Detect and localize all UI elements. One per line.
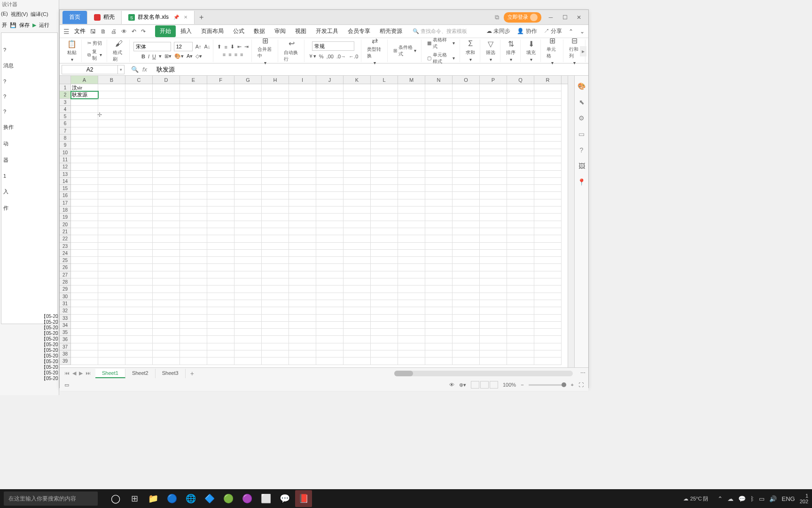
- cell-M29[interactable]: [398, 286, 425, 293]
- cell-I31[interactable]: [289, 300, 316, 307]
- cell-D19[interactable]: [153, 214, 180, 221]
- cell-B22[interactable]: [98, 235, 125, 242]
- cell-J23[interactable]: [316, 243, 344, 250]
- row-header-16[interactable]: 16: [60, 192, 70, 199]
- cell-B23[interactable]: [98, 243, 125, 250]
- cell-M32[interactable]: [398, 307, 425, 314]
- cell-C33[interactable]: [125, 315, 153, 322]
- row-header-28[interactable]: 28: [60, 278, 70, 286]
- cell-D10[interactable]: [153, 149, 180, 156]
- cell-N11[interactable]: [425, 156, 453, 163]
- cell-I38[interactable]: [289, 350, 316, 357]
- focus-mode-icon[interactable]: ⊕▾: [459, 382, 466, 388]
- status-indicator-icon[interactable]: ▭: [64, 382, 69, 388]
- cell-F26[interactable]: [207, 264, 234, 271]
- cell-D24[interactable]: [153, 250, 180, 257]
- close-window-button[interactable]: ✕: [574, 13, 584, 22]
- cell-I7[interactable]: [289, 127, 316, 135]
- cell-K36[interactable]: [344, 336, 371, 343]
- cell-M7[interactable]: [398, 127, 425, 135]
- cell-N8[interactable]: [425, 135, 453, 142]
- cell-B33[interactable]: [98, 315, 125, 322]
- cell-D6[interactable]: [153, 120, 180, 127]
- cell-M37[interactable]: [398, 343, 425, 350]
- cell-F12[interactable]: [207, 163, 234, 170]
- cell-K21[interactable]: [344, 228, 371, 235]
- fill-color-button[interactable]: 🎨▾: [174, 53, 184, 59]
- cell-M18[interactable]: [398, 206, 425, 214]
- cell-E35[interactable]: [180, 329, 207, 336]
- cell-B1[interactable]: [98, 84, 125, 91]
- cell-R12[interactable]: [534, 163, 562, 170]
- cell-D22[interactable]: [153, 235, 180, 242]
- cell-H18[interactable]: [262, 206, 289, 214]
- decimal-inc-icon[interactable]: .0→: [336, 54, 346, 59]
- menu-tab-6[interactable]: 视图: [290, 25, 311, 37]
- cell-C35[interactable]: [125, 329, 153, 336]
- cell-P36[interactable]: [480, 336, 507, 343]
- cell-O26[interactable]: [453, 264, 480, 271]
- row-header-27[interactable]: 27: [60, 271, 70, 278]
- cell-K33[interactable]: [344, 315, 371, 322]
- file-menu[interactable]: 文件: [74, 27, 86, 35]
- cell-A9[interactable]: [71, 142, 98, 149]
- cell-N29[interactable]: [425, 286, 453, 293]
- cell-D16[interactable]: [153, 192, 180, 199]
- cell-H31[interactable]: [262, 300, 289, 307]
- cell-M35[interactable]: [398, 329, 425, 336]
- taskbar-vs-icon[interactable]: 🟣: [239, 490, 256, 507]
- cell-Q26[interactable]: [507, 264, 534, 271]
- cell-N5[interactable]: [425, 113, 453, 120]
- cell-A14[interactable]: [71, 178, 98, 185]
- cell-A7[interactable]: [71, 127, 98, 135]
- row-header-39[interactable]: 39: [60, 357, 70, 365]
- col-header-R[interactable]: R: [534, 76, 562, 84]
- cell-P19[interactable]: [480, 214, 507, 221]
- cell-E3[interactable]: [180, 99, 207, 106]
- vertical-scrollbar[interactable]: [568, 76, 574, 367]
- cell-M20[interactable]: [398, 221, 425, 228]
- cell-R17[interactable]: [534, 199, 562, 206]
- cell-E22[interactable]: [180, 235, 207, 242]
- cell-Q6[interactable]: [507, 120, 534, 127]
- cell-M36[interactable]: [398, 336, 425, 343]
- cell-L12[interactable]: [371, 163, 398, 170]
- cell-J12[interactable]: [316, 163, 344, 170]
- cell-P25[interactable]: [480, 257, 507, 264]
- cell-P23[interactable]: [480, 243, 507, 250]
- cell-F31[interactable]: [207, 300, 234, 307]
- cell-L19[interactable]: [371, 214, 398, 221]
- cell-G5[interactable]: [234, 113, 262, 120]
- cell-A4[interactable]: [71, 106, 98, 113]
- cell-D39[interactable]: [153, 357, 180, 365]
- row-header-7[interactable]: 7: [60, 127, 70, 135]
- cell-I12[interactable]: [289, 163, 316, 170]
- ide-tree-item[interactable]: ?: [1, 89, 57, 104]
- tab-current-file[interactable]: S 群发名单.xls 📌 ✕: [122, 11, 195, 24]
- cell-I27[interactable]: [289, 271, 316, 278]
- cell-N35[interactable]: [425, 329, 453, 336]
- cell-J17[interactable]: [316, 199, 344, 206]
- cell-O24[interactable]: [453, 250, 480, 257]
- cell-C11[interactable]: [125, 156, 153, 163]
- cell-F38[interactable]: [207, 350, 234, 357]
- cell-C27[interactable]: [125, 271, 153, 278]
- cell-H21[interactable]: [262, 228, 289, 235]
- add-tab-button[interactable]: +: [195, 13, 208, 22]
- sheet-nav-last[interactable]: ⏭: [86, 370, 91, 376]
- cell-E19[interactable]: [180, 214, 207, 221]
- ide-menu-compile[interactable]: 编译(C): [31, 11, 48, 18]
- cell-R39[interactable]: [534, 357, 562, 365]
- cell-O29[interactable]: [453, 286, 480, 293]
- cell-D32[interactable]: [153, 307, 180, 314]
- cell-C34[interactable]: [125, 322, 153, 329]
- cell-F22[interactable]: [207, 235, 234, 242]
- cell-D38[interactable]: [153, 350, 180, 357]
- zoom-out-button[interactable]: −: [521, 382, 523, 388]
- ide-open[interactable]: 开: [2, 22, 7, 29]
- cell-C3[interactable]: [125, 99, 153, 106]
- cell-D33[interactable]: [153, 315, 180, 322]
- fx-icon[interactable]: fx: [142, 66, 147, 73]
- cell-H19[interactable]: [262, 214, 289, 221]
- horizontal-scrollbar[interactable]: [394, 371, 573, 376]
